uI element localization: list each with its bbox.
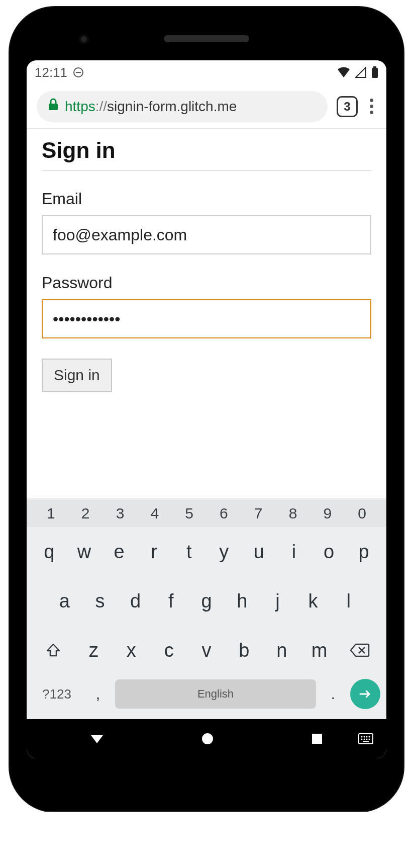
key-2[interactable]: 2	[68, 505, 103, 522]
key-g[interactable]: g	[191, 581, 223, 621]
volume-down-hw	[401, 369, 403, 435]
key-6[interactable]: 6	[206, 505, 241, 522]
svg-point-14	[366, 739, 368, 740]
key-y[interactable]: y	[209, 532, 240, 571]
backspace-key[interactable]	[340, 631, 379, 670]
svg-rect-3	[373, 66, 376, 68]
page-title: Sign in	[42, 138, 371, 170]
keyboard-switch-icon[interactable]	[358, 733, 373, 744]
key-4[interactable]: 4	[137, 505, 172, 522]
key-1[interactable]: 1	[34, 505, 68, 522]
keyboard-bottom-row: ?123 , English .	[27, 675, 386, 719]
key-b[interactable]: b	[227, 631, 261, 670]
period-key[interactable]: .	[320, 678, 346, 710]
key-w[interactable]: w	[69, 532, 100, 571]
android-nav-bar	[27, 719, 386, 758]
key-d[interactable]: d	[120, 581, 151, 621]
key-j[interactable]: j	[262, 581, 293, 621]
key-e[interactable]: e	[104, 532, 135, 571]
wifi-icon	[337, 67, 350, 78]
sign-in-button[interactable]: Sign in	[42, 359, 112, 392]
email-label: Email	[42, 190, 371, 208]
svg-point-11	[369, 736, 370, 738]
status-bar: 12:11	[27, 60, 386, 84]
svg-rect-16	[363, 741, 369, 743]
power-button-hw	[401, 193, 403, 243]
nav-recents-button[interactable]	[311, 732, 324, 745]
page-content: Sign in Email Password Sign in	[27, 129, 386, 498]
key-m[interactable]: m	[302, 631, 336, 670]
svg-point-13	[364, 739, 365, 740]
svg-point-10	[366, 736, 368, 738]
tab-switcher-button[interactable]: 3	[337, 96, 358, 117]
status-time: 12:11	[35, 65, 67, 80]
key-n[interactable]: n	[265, 631, 298, 670]
symbols-key[interactable]: ?123	[33, 678, 81, 710]
svg-point-5	[202, 733, 213, 744]
password-label: Password	[42, 274, 371, 292]
keyboard-number-row: 1 2 3 4 5 6 7 8 9 0	[27, 500, 386, 527]
key-f[interactable]: f	[155, 581, 187, 621]
key-x[interactable]: x	[115, 631, 148, 670]
svg-rect-1	[76, 72, 81, 73]
key-5[interactable]: 5	[172, 505, 206, 522]
url-scheme: https	[65, 99, 95, 114]
key-v[interactable]: v	[190, 631, 224, 670]
svg-rect-4	[49, 104, 58, 110]
volume-up-hw	[401, 294, 403, 359]
svg-point-12	[361, 739, 363, 740]
svg-point-8	[361, 736, 363, 738]
key-r[interactable]: r	[139, 532, 170, 571]
key-9[interactable]: 9	[310, 505, 345, 522]
key-7[interactable]: 7	[241, 505, 276, 522]
key-3[interactable]: 3	[103, 505, 138, 522]
shift-key[interactable]	[34, 631, 73, 670]
svg-rect-6	[312, 734, 322, 744]
url-separator: ://	[95, 99, 107, 114]
cell-signal-icon	[355, 67, 366, 78]
nav-home-button[interactable]	[200, 732, 215, 746]
enter-key[interactable]	[350, 679, 380, 709]
email-field-group: Email	[42, 190, 371, 254]
browser-toolbar: https://signin-form.glitch.me 3	[27, 84, 386, 129]
key-z[interactable]: z	[77, 631, 111, 670]
battery-icon	[371, 66, 378, 78]
key-c[interactable]: c	[152, 631, 186, 670]
svg-point-9	[364, 736, 365, 738]
keyboard-row-2: a s d f g h j k l	[27, 576, 386, 626]
url-bar[interactable]: https://signin-form.glitch.me	[37, 91, 328, 122]
email-input[interactable]	[42, 215, 371, 254]
lock-icon	[48, 98, 59, 115]
key-l[interactable]: l	[333, 581, 364, 621]
key-a[interactable]: a	[49, 581, 80, 621]
phone-frame: 12:11	[10, 7, 403, 812]
overflow-menu-button[interactable]	[367, 96, 376, 117]
comma-key[interactable]: ,	[85, 678, 111, 710]
do-not-disturb-icon	[72, 66, 84, 78]
key-i[interactable]: i	[278, 532, 309, 571]
tab-count: 3	[344, 100, 350, 114]
key-0[interactable]: 0	[345, 505, 379, 522]
soft-keyboard: 1 2 3 4 5 6 7 8 9 0 q w e r t y	[27, 498, 386, 719]
phone-speaker	[164, 35, 249, 42]
phone-camera	[79, 34, 89, 44]
password-field-group: Password	[42, 274, 371, 338]
key-h[interactable]: h	[226, 581, 258, 621]
spacebar-key[interactable]: English	[115, 679, 316, 709]
key-s[interactable]: s	[84, 581, 116, 621]
key-q[interactable]: q	[34, 532, 65, 571]
key-p[interactable]: p	[348, 532, 379, 571]
url-host: signin-form.glitch.me	[107, 99, 237, 114]
key-u[interactable]: u	[244, 532, 275, 571]
svg-rect-2	[372, 68, 378, 78]
password-input[interactable]	[42, 299, 371, 338]
key-t[interactable]: t	[173, 532, 204, 571]
key-k[interactable]: k	[297, 581, 329, 621]
keyboard-row-3: z x c v b n m	[27, 626, 386, 675]
key-8[interactable]: 8	[276, 505, 311, 522]
svg-point-15	[369, 739, 370, 740]
screen: 12:11	[27, 60, 386, 758]
keyboard-row-1: q w e r t y u i o p	[27, 527, 386, 576]
key-o[interactable]: o	[314, 532, 345, 571]
nav-back-button[interactable]	[89, 731, 105, 746]
